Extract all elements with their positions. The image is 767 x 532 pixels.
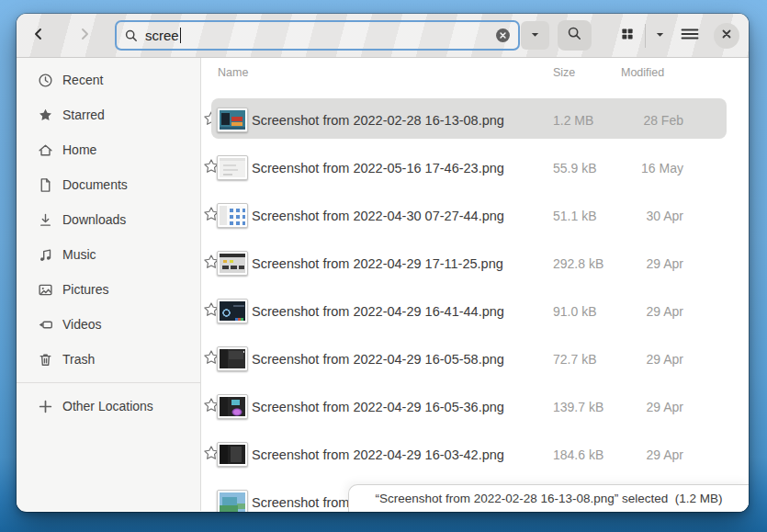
grid-view-icon (620, 27, 635, 45)
file-modified: 29 Apr (619, 240, 683, 288)
clear-icon[interactable] (495, 28, 511, 43)
file-thumbnail (217, 394, 248, 419)
column-header-name[interactable]: Name (218, 66, 248, 79)
clock-icon (38, 73, 53, 88)
file-thumbnail (217, 346, 248, 371)
forward-button[interactable] (73, 25, 96, 47)
sidebar-item-label: Starred (62, 108, 105, 122)
file-name: Screenshot from 2022-05-16 17-46-23.png (252, 144, 504, 192)
table-row[interactable]: Screenshot from 2022-05-16 17-46-23.png … (201, 144, 749, 192)
table-row[interactable]: Screenshot from 2022-02-28 16-13-08.png … (201, 96, 749, 144)
chevron-down-icon (529, 28, 541, 44)
file-thumbnail (217, 108, 248, 132)
table-row[interactable]: Screenshot from 2022-04-29 16-05-36.png … (201, 383, 749, 431)
sidebar: Recent Starred Home Documents Downloads … (17, 58, 201, 511)
sidebar-item-home[interactable]: Home (17, 132, 200, 167)
sidebar-item-label: Documents (62, 177, 128, 192)
file-name: Screenshot from 2022-04-29 16-41-44.png (252, 288, 504, 335)
search-value: scree (145, 28, 179, 43)
document-icon (38, 177, 53, 193)
sidebar-item-pictures[interactable]: Pictures (17, 272, 200, 307)
table-row[interactable]: Screenshot from 2022-04-29 17-11-25.png … (201, 240, 749, 288)
close-icon (720, 28, 733, 44)
file-modified: 16 May (619, 144, 683, 192)
search-toggle-button[interactable] (558, 20, 592, 51)
search-icon (567, 26, 582, 45)
search-input[interactable]: scree (115, 20, 520, 51)
table-row[interactable]: Screenshot from 2022-04-30 07-27-44.png … (201, 192, 749, 240)
file-thumbnail (217, 490, 248, 512)
sidebar-item-label: Trash (62, 352, 95, 367)
hamburger-menu-icon (681, 27, 699, 45)
download-icon (38, 212, 53, 228)
chevron-left-icon (31, 27, 46, 45)
file-name: Screenshot from 2022-04-29 16-03-42.png (252, 431, 504, 479)
file-name: Screenshot from 2022-04-30 07-27-44.png (252, 192, 504, 240)
status-bar: “Screenshot from 2022-02-28 16-13-08.png… (348, 484, 749, 512)
window-body: Recent Starred Home Documents Downloads … (17, 58, 749, 511)
file-name: Screenshot from 2022-04-29 17-11-25.png (252, 240, 503, 288)
file-modified: 29 Apr (619, 431, 683, 479)
table-row[interactable]: Screenshot from 2022-04-29 16-41-44.png … (201, 288, 749, 335)
sidebar-item-label: Videos (62, 317, 102, 332)
sidebar-item-label: Pictures (62, 282, 109, 297)
file-list-pane: Name Size Modified Screenshot from 2022-… (201, 58, 749, 511)
sidebar-item-recent[interactable]: Recent (17, 62, 200, 97)
home-icon (38, 142, 53, 158)
column-header-modified[interactable]: Modified (621, 66, 664, 79)
sidebar-item-label: Other Locations (62, 399, 153, 413)
file-thumbnail (217, 155, 248, 180)
search-icon (124, 28, 139, 43)
files-search-window: scree (17, 14, 749, 512)
sidebar-item-downloads[interactable]: Downloads (17, 202, 200, 237)
chevron-right-icon (77, 27, 92, 45)
toolbar-separator (645, 24, 646, 48)
sidebar-item-music[interactable]: Music (17, 237, 200, 272)
close-button[interactable] (714, 23, 739, 49)
sidebar-item-documents[interactable]: Documents (17, 167, 200, 202)
file-thumbnail (217, 442, 248, 467)
sidebar-separator (17, 382, 200, 383)
table-row[interactable]: Screenshot from 2022-04-29 16-03-42.png … (201, 431, 749, 479)
sidebar-item-label: Downloads (62, 212, 126, 227)
file-modified: 28 Feb (619, 96, 683, 144)
trash-icon (38, 352, 53, 368)
star-icon (38, 108, 53, 123)
file-modified: 29 Apr (619, 383, 683, 431)
table-row[interactable]: Screenshot from 2022-04-29 16-05-58.png … (201, 335, 749, 383)
sidebar-item-label: Music (62, 247, 96, 262)
desktop-background: scree (0, 0, 767, 532)
file-modified: 29 Apr (619, 288, 683, 335)
picture-icon (38, 282, 53, 298)
search-options-dropdown-button[interactable] (521, 21, 549, 50)
file-modified: 29 Apr (619, 335, 683, 383)
headerbar: scree (17, 14, 749, 58)
file-name: Screenshot from 2022-04-29 16-05-58.png (252, 335, 504, 383)
music-note-icon (38, 247, 53, 263)
video-camera-icon (38, 317, 53, 333)
file-thumbnail (217, 203, 248, 228)
file-name: Screenshot from (252, 479, 349, 512)
sidebar-item-trash[interactable]: Trash (17, 342, 200, 377)
sidebar-item-other-locations[interactable]: Other Locations (17, 389, 200, 424)
sidebar-item-label: Home (62, 142, 96, 157)
sidebar-item-videos[interactable]: Videos (17, 307, 200, 342)
text-caret (180, 28, 182, 43)
back-button[interactable] (28, 25, 50, 47)
view-options-dropdown-button[interactable] (648, 25, 671, 47)
chevron-down-icon (654, 28, 666, 44)
column-header-size[interactable]: Size (553, 66, 575, 79)
sidebar-item-label: Recent (62, 73, 103, 87)
file-name: Screenshot from 2022-04-29 16-05-36.png (252, 383, 504, 431)
file-modified: 30 Apr (619, 192, 683, 240)
file-name: Screenshot from 2022-02-28 16-13-08.png (252, 96, 504, 144)
plus-icon (38, 399, 53, 414)
hamburger-menu-button[interactable] (678, 25, 702, 47)
file-thumbnail (217, 299, 248, 323)
grid-view-button[interactable] (614, 25, 641, 47)
sidebar-item-starred[interactable]: Starred (17, 97, 200, 132)
file-thumbnail (217, 251, 248, 276)
